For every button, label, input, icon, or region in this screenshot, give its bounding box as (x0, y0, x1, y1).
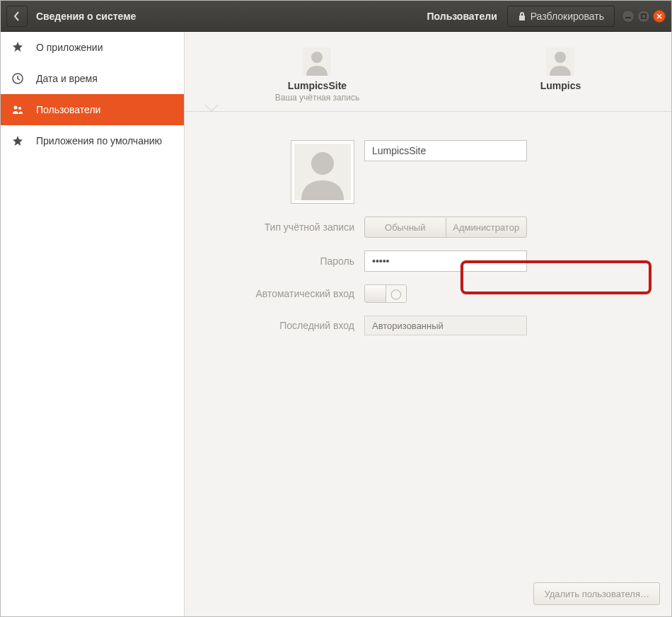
lock-icon (518, 11, 526, 21)
autologin-label: Автоматический вход (206, 288, 354, 299)
maximize-icon (641, 13, 647, 19)
sidebar-item-label: Приложения по умолчанию (36, 135, 162, 146)
sidebar-item-users[interactable]: Пользователи (1, 94, 184, 125)
sidebar-item-label: О приложении (36, 42, 103, 53)
close-button[interactable] (653, 10, 666, 23)
autologin-switch[interactable]: ◯ (364, 284, 407, 303)
sidebar-item-label: Пользователи (36, 104, 100, 115)
main-panel: LumpicsSite Ваша учётная запись Lumpics (185, 32, 671, 616)
svg-rect-0 (625, 17, 631, 18)
user-name: LumpicsSite (288, 80, 347, 91)
window-body: О приложении Дата и время Пользователи П… (1, 32, 671, 616)
avatar-icon (294, 144, 351, 200)
minimize-button[interactable] (622, 10, 635, 23)
svg-point-4 (18, 107, 21, 110)
clock-icon (12, 73, 23, 84)
unlock-button[interactable]: Разблокировать (507, 6, 615, 27)
sidebar-item-label: Дата и время (36, 73, 98, 84)
chevron-left-icon (13, 11, 21, 21)
sidebar: О приложении Дата и время Пользователи П… (1, 32, 185, 616)
password-label: Пароль (206, 255, 354, 267)
svg-rect-1 (642, 14, 646, 18)
svg-point-8 (555, 52, 566, 63)
delete-user-button[interactable]: Удалить пользователя… (533, 582, 660, 605)
sidebar-item-datetime[interactable]: Дата и время (1, 63, 184, 94)
maximize-button[interactable] (637, 10, 650, 23)
back-button[interactable] (6, 6, 28, 27)
user-name-input[interactable] (364, 140, 527, 161)
minimize-icon (625, 13, 631, 19)
user-name: Lumpics (540, 80, 581, 91)
sidebar-item-default-apps[interactable]: Приложения по умолчанию (1, 125, 184, 156)
switch-knob (365, 285, 386, 302)
window-controls (622, 10, 666, 23)
svg-point-10 (311, 152, 334, 175)
users-icon (12, 104, 23, 115)
users-row: LumpicsSite Ваша учётная запись Lumpics (185, 32, 671, 112)
user-details: Тип учётной записи Обычный Администратор… (185, 112, 671, 616)
account-type-label: Тип учётной записи (206, 221, 354, 233)
avatar-icon (546, 47, 574, 76)
user-thumb-other[interactable]: Lumpics (540, 47, 581, 103)
password-input[interactable] (364, 250, 527, 272)
svg-point-3 (14, 106, 18, 110)
headerbar: Сведения о системе Пользователи Разблоки… (1, 1, 671, 32)
switch-off-icon: ◯ (386, 285, 407, 302)
user-subtitle: Ваша учётная запись (275, 93, 360, 103)
user-thumb-current[interactable]: LumpicsSite Ваша учётная запись (275, 47, 360, 103)
header-title: Сведения о системе (36, 11, 427, 22)
plus-icon (12, 42, 23, 53)
settings-window: Сведения о системе Пользователи Разблоки… (0, 0, 672, 617)
close-icon (656, 13, 662, 19)
avatar-large[interactable] (291, 140, 354, 204)
header-section-label: Пользователи (427, 11, 497, 22)
account-type-standard[interactable]: Обычный (364, 217, 446, 238)
pointer-indicator (204, 105, 219, 112)
lastlogin-label: Последний вход (206, 320, 354, 331)
svg-point-6 (311, 52, 323, 63)
avatar-icon (303, 47, 331, 76)
star-icon (12, 135, 23, 146)
lastlogin-value: Авторизованный (364, 316, 527, 335)
unlock-label: Разблокировать (531, 11, 604, 22)
account-type-toggle[interactable]: Обычный Администратор (364, 217, 527, 238)
sidebar-item-about[interactable]: О приложении (1, 32, 184, 63)
account-type-admin[interactable]: Администратор (446, 217, 528, 238)
